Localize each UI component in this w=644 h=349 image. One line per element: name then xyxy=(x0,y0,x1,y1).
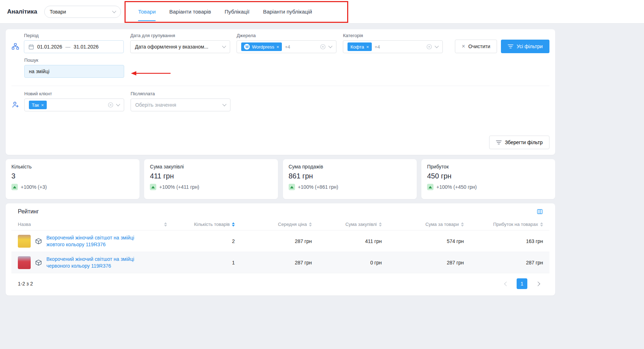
metric-label: Сума продажів xyxy=(289,164,411,170)
column-header-avg-price[interactable]: Середня ціна xyxy=(235,222,312,227)
clear-filters-button[interactable]: × Очистити xyxy=(455,40,497,53)
group-date-value: Дата оформлення у вказаном... xyxy=(135,44,208,50)
report-structure-icon xyxy=(11,42,24,53)
search-input[interactable] xyxy=(24,65,124,78)
metric-card-profit: Прибуток 450 грн +100% (+450 грн) xyxy=(421,159,555,199)
new-client-filter: Новий клієнт Так × xyxy=(24,91,124,111)
metric-value: 3 xyxy=(11,172,134,180)
chevron-down-icon xyxy=(222,102,226,106)
tag-label: Кофта xyxy=(350,44,364,50)
postpay-placeholder: Оберіть значення xyxy=(135,102,176,108)
metric-value: 861 грн xyxy=(289,172,411,180)
tag-remove-icon[interactable]: × xyxy=(366,44,369,50)
clear-select-icon[interactable] xyxy=(108,102,113,108)
search-filter: Пошук xyxy=(24,57,549,78)
product-thumbnail[interactable] xyxy=(18,256,31,269)
rating-title: Рейтинг xyxy=(18,208,39,215)
column-header-goods-sum[interactable]: Сума за товари xyxy=(382,222,464,227)
filter-lines-icon xyxy=(496,140,502,145)
metric-delta: +100% (+450 грн) xyxy=(436,184,477,190)
category-select[interactable]: Кофта × +4 xyxy=(343,40,443,53)
new-client-select[interactable]: Так × xyxy=(24,98,124,111)
cell-goods-sum: 287 грн xyxy=(382,260,464,265)
tab-publication-variants[interactable]: Варіанти публікацій xyxy=(263,0,312,24)
tag-remove-icon[interactable]: × xyxy=(41,102,44,108)
new-client-label: Новий клієнт xyxy=(24,91,124,96)
analytics-page: Аналітика Товари Товари Варіанти товарів… xyxy=(0,0,644,301)
sort-icon xyxy=(540,222,543,227)
delta-up-icon xyxy=(150,184,156,190)
tag-remove-icon[interactable]: × xyxy=(277,44,279,50)
calendar-icon xyxy=(29,44,34,50)
column-header-name[interactable]: Назва xyxy=(18,222,167,227)
metric-card-purchase-sum: Сума закупівлі 411 грн +100% (+411 грн) xyxy=(144,159,278,199)
cell-goods-sum: 574 грн xyxy=(382,238,464,244)
filter-row-main: Період 01.01.2026 — 31.01.2026 xyxy=(11,33,549,53)
product-thumbnail[interactable] xyxy=(18,235,31,248)
filter-tag-category: Кофта × xyxy=(348,42,372,51)
cell-avg-price: 287 грн xyxy=(235,260,312,265)
date-from[interactable]: 01.01.2026 xyxy=(37,44,62,50)
clear-select-icon[interactable] xyxy=(320,44,326,50)
delta-up-icon xyxy=(427,184,433,190)
filter-tag-wordpress: W Wordpress × xyxy=(241,42,282,51)
chevron-down-icon xyxy=(435,44,439,48)
date-range-separator: — xyxy=(65,44,70,50)
date-to[interactable]: 31.01.2026 xyxy=(73,44,98,50)
columns-settings-icon[interactable] xyxy=(537,208,543,215)
product-link[interactable]: Вкорочений жіночий світшот на змійці чер… xyxy=(46,256,153,269)
entity-select[interactable]: Товари xyxy=(44,6,121,18)
sources-label: Джерела xyxy=(237,33,336,38)
clear-select-icon[interactable] xyxy=(426,44,432,50)
sources-select[interactable]: W Wordpress × +4 xyxy=(237,40,336,53)
filter-row-secondary: Новий клієнт Так × xyxy=(11,91,549,111)
package-icon xyxy=(35,238,42,245)
postpay-select[interactable]: Оберіть значення xyxy=(131,98,230,111)
product-link[interactable]: Вкорочений жіночий світшот на змійці жов… xyxy=(46,234,153,248)
sort-icon xyxy=(461,222,464,227)
cell-quantity: 2 xyxy=(167,238,235,244)
table-row: Вкорочений жіночий світшот на змійці чер… xyxy=(11,252,549,273)
metrics-row: Кількість 3 +100% (+3) Сума закупівлі 41… xyxy=(6,159,555,199)
table-row: Вкорочений жіночий світшот на змійці жов… xyxy=(11,231,549,252)
content-area: Період 01.01.2026 — 31.01.2026 xyxy=(0,24,644,301)
pagination-range: 1-2 з 2 xyxy=(18,281,33,287)
metric-delta: +100% (+411 грн) xyxy=(159,184,199,190)
column-header-profit[interactable]: Прибуток на товарах xyxy=(464,222,543,227)
prev-page-button[interactable] xyxy=(501,279,510,288)
metric-label: Прибуток xyxy=(427,164,549,170)
chevron-down-icon xyxy=(329,44,333,48)
sources-extra-count: +4 xyxy=(285,44,290,50)
cell-purchase-sum: 411 грн xyxy=(312,238,382,244)
postpay-filter: Післяплата Оберіть значення xyxy=(131,91,230,111)
sort-icon xyxy=(164,222,167,227)
page-button[interactable]: 1 xyxy=(517,278,527,289)
metric-label: Сума закупівлі xyxy=(150,164,272,170)
cell-purchase-sum: 0 грн xyxy=(312,260,382,265)
rating-panel: Рейтинг Назва Кількість товарів Середня … xyxy=(6,203,555,295)
tab-products[interactable]: Товари xyxy=(138,0,156,24)
group-date-select[interactable]: Дата оформлення у вказаном... xyxy=(130,40,230,53)
all-filters-button[interactable]: Усі фільтри xyxy=(501,40,549,53)
next-page-button[interactable] xyxy=(534,279,543,288)
top-bar: Аналітика Товари Товари Варіанти товарів… xyxy=(0,0,644,24)
group-date-label: Дата для групування xyxy=(130,33,230,38)
metric-delta: +100% (+861 грн) xyxy=(298,184,338,190)
tag-label: Так xyxy=(32,102,39,108)
tab-product-variants[interactable]: Варіанти товарів xyxy=(169,0,211,24)
period-filter: Період 01.01.2026 — 31.01.2026 xyxy=(24,33,124,53)
period-date-range[interactable]: 01.01.2026 — 31.01.2026 xyxy=(24,40,124,53)
delta-up-icon xyxy=(289,184,295,190)
tab-publications[interactable]: Публікації xyxy=(224,0,249,24)
filter-lines-icon xyxy=(508,44,513,49)
column-header-quantity[interactable]: Кількість товарів xyxy=(167,222,235,227)
metric-value: 450 грн xyxy=(427,172,549,180)
close-icon: × xyxy=(462,43,465,50)
column-header-purchase-sum[interactable]: Сума закупівлі xyxy=(312,222,382,227)
cell-profit: 163 грн xyxy=(464,238,543,244)
chevron-left-icon xyxy=(504,282,509,286)
save-filter-button[interactable]: Зберегти фільтр xyxy=(489,136,549,149)
cell-quantity: 1 xyxy=(167,260,235,265)
chevron-down-icon xyxy=(222,44,226,48)
metric-delta: +100% (+3) xyxy=(21,184,47,190)
